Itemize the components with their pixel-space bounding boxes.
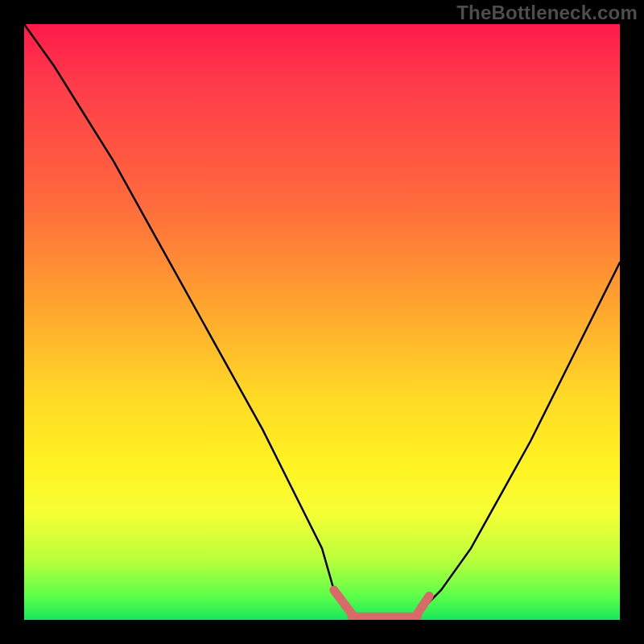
watermark-label: TheBottleneck.com (456, 2, 638, 24)
chart-plot-area (24, 24, 620, 620)
bottleneck-curve (24, 24, 620, 620)
chart-svg (24, 24, 620, 620)
highlight-segments (334, 590, 429, 617)
chart-frame: TheBottleneck.com (0, 0, 644, 644)
